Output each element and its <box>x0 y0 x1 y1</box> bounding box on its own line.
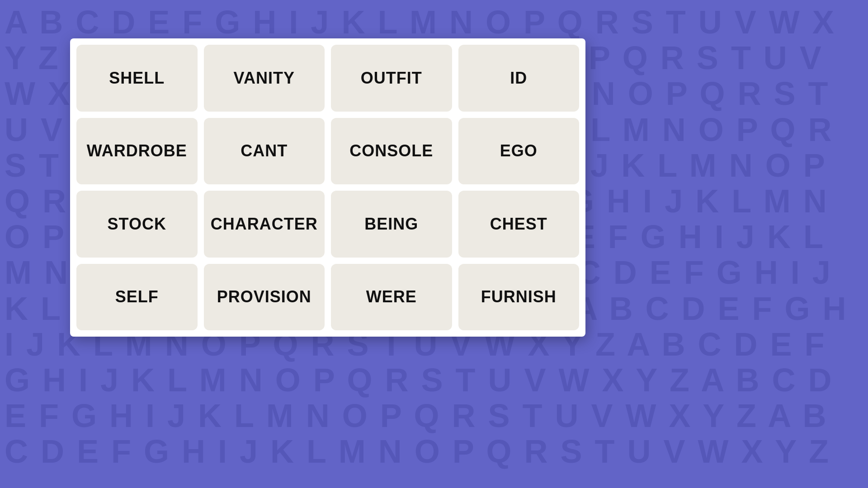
card-outfit[interactable]: OUTFIT <box>331 45 452 112</box>
card-label-vanity: VANITY <box>234 69 295 88</box>
card-label-self: SELF <box>115 287 159 306</box>
card-cant[interactable]: CANT <box>204 118 325 185</box>
card-stock[interactable]: STOCK <box>76 191 198 258</box>
card-label-character: CHARACTER <box>211 215 318 234</box>
card-chest[interactable]: CHEST <box>458 191 580 258</box>
card-label-wardrobe: WARDROBE <box>87 141 187 160</box>
card-wardrobe[interactable]: WARDROBE <box>76 118 198 185</box>
card-shell[interactable]: SHELL <box>76 45 198 112</box>
card-label-furnish: FURNISH <box>481 287 557 306</box>
card-label-console: CONSOLE <box>349 141 433 160</box>
card-label-id: ID <box>510 69 527 88</box>
card-being[interactable]: BEING <box>331 191 452 258</box>
card-label-ego: EGO <box>500 141 538 160</box>
card-label-being: BEING <box>364 215 418 234</box>
card-vanity[interactable]: VANITY <box>204 45 325 112</box>
card-label-cant: CANT <box>241 141 288 160</box>
card-label-shell: SHELL <box>109 69 165 88</box>
card-self[interactable]: SELF <box>76 264 198 331</box>
card-were[interactable]: WERE <box>331 264 452 331</box>
card-label-outfit: OUTFIT <box>361 69 422 88</box>
card-label-chest: CHEST <box>490 215 547 234</box>
card-provision[interactable]: PROVISION <box>204 264 325 331</box>
card-label-stock: STOCK <box>108 215 166 234</box>
main-panel: SHELLVANITYOUTFITIDWARDROBECANTCONSOLEEG… <box>70 38 585 337</box>
card-label-provision: PROVISION <box>217 287 311 306</box>
card-ego[interactable]: EGO <box>458 118 580 185</box>
card-furnish[interactable]: FURNISH <box>458 264 580 331</box>
card-id[interactable]: ID <box>458 45 580 112</box>
card-console[interactable]: CONSOLE <box>331 118 452 185</box>
card-character[interactable]: CHARACTER <box>204 191 325 258</box>
card-label-were: WERE <box>366 287 417 306</box>
word-grid: SHELLVANITYOUTFITIDWARDROBECANTCONSOLEEG… <box>76 45 579 330</box>
